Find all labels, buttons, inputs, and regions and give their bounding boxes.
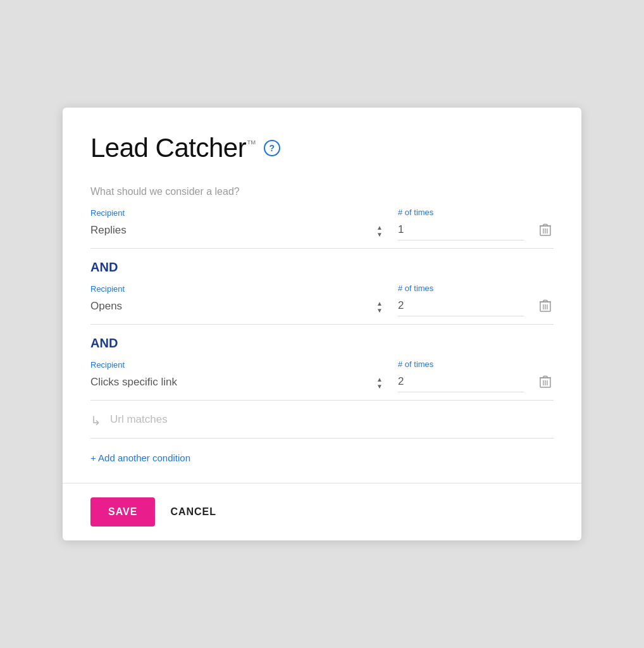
condition-block-3: AND Recipient Replies Opens Clicks speci… <box>90 325 554 439</box>
add-condition-button[interactable]: + Add another condition <box>90 452 190 463</box>
and-label-2: AND <box>90 325 554 359</box>
recipient-select-2[interactable]: Replies Opens Clicks specific link <box>90 297 385 316</box>
section-question: What should we consider a lead? <box>90 186 554 197</box>
modal-body: Lead Catcher™ ? What should we consider … <box>63 108 581 483</box>
delete-button-3[interactable] <box>537 375 554 392</box>
trash-icon-3 <box>540 375 551 389</box>
condition-right-1: # of times <box>398 208 524 240</box>
recipient-select-1[interactable]: Replies Opens Clicks specific link <box>90 221 385 240</box>
recipient-label-1: Recipient <box>90 208 385 218</box>
condition-row-1: Recipient Replies Opens Clicks specific … <box>90 208 554 249</box>
condition-row-3: Recipient Replies Opens Clicks specific … <box>90 359 554 401</box>
condition-right-2: # of times <box>398 284 524 316</box>
recipient-select-wrapper-2: Replies Opens Clicks specific link ▲ ▼ <box>90 297 385 316</box>
header-row: Lead Catcher™ ? <box>90 133 554 163</box>
delete-button-1[interactable] <box>537 223 554 240</box>
modal-footer: SAVE CANCEL <box>63 483 581 540</box>
trash-icon-1 <box>540 223 551 237</box>
cancel-button[interactable]: CANCEL <box>170 506 216 518</box>
and-label-1: AND <box>90 249 554 284</box>
condition-right-3: # of times <box>398 359 524 392</box>
recipient-select-3[interactable]: Replies Opens Clicks specific link <box>90 373 385 392</box>
recipient-select-wrapper-1: Replies Opens Clicks specific link ▲ ▼ <box>90 221 385 240</box>
times-input-1[interactable] <box>398 221 524 240</box>
save-button[interactable]: SAVE <box>90 497 155 526</box>
page-title: Lead Catcher™ <box>90 133 256 163</box>
condition-row-2: Recipient Replies Opens Clicks specific … <box>90 284 554 325</box>
condition-left-1: Recipient Replies Opens Clicks specific … <box>90 208 385 240</box>
url-sub-condition: ↳ <box>90 401 554 439</box>
recipient-label-3: Recipient <box>90 360 385 370</box>
condition-block-2: AND Recipient Replies Opens Clicks speci… <box>90 249 554 325</box>
times-label-3: # of times <box>398 359 524 369</box>
condition-left-3: Recipient Replies Opens Clicks specific … <box>90 360 385 392</box>
condition-block-1: Recipient Replies Opens Clicks specific … <box>90 208 554 249</box>
recipient-select-wrapper-3: Replies Opens Clicks specific link ▲ ▼ <box>90 373 385 392</box>
times-label-1: # of times <box>398 208 524 217</box>
url-matches-input[interactable] <box>110 411 554 430</box>
times-input-2[interactable] <box>398 297 524 316</box>
sub-arrow-icon: ↳ <box>90 413 101 428</box>
trash-icon-2 <box>540 299 551 313</box>
title-text: Lead Catcher <box>90 133 246 163</box>
help-icon[interactable]: ? <box>264 140 280 156</box>
times-input-3[interactable] <box>398 373 524 392</box>
condition-left-2: Recipient Replies Opens Clicks specific … <box>90 284 385 316</box>
times-label-2: # of times <box>398 284 524 293</box>
trademark: ™ <box>246 139 256 149</box>
recipient-label-2: Recipient <box>90 284 385 294</box>
delete-button-2[interactable] <box>537 299 554 316</box>
lead-catcher-modal: Lead Catcher™ ? What should we consider … <box>63 108 581 540</box>
